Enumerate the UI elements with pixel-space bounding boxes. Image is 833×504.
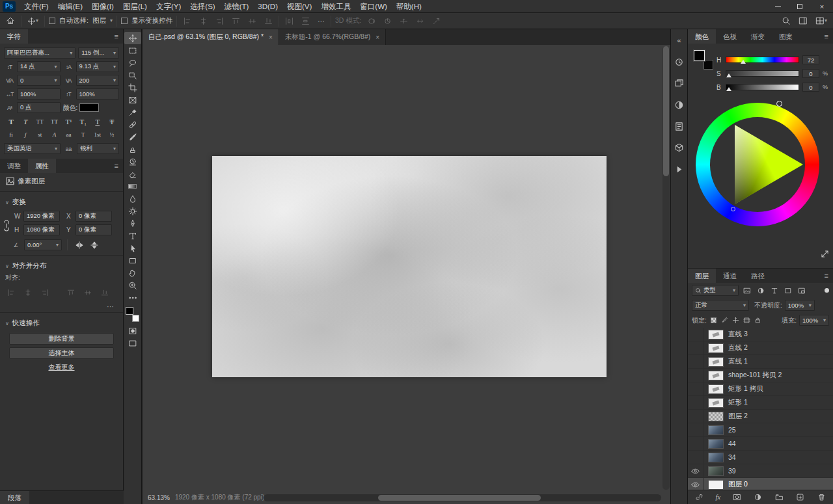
3d-icon[interactable] xyxy=(673,141,686,154)
menu-plugins[interactable]: 增效工具 xyxy=(316,0,355,13)
move-tool-icon[interactable]: ▾ xyxy=(25,14,40,28)
expand-panel-icon[interactable] xyxy=(821,250,828,258)
layer-thumbnail[interactable] xyxy=(708,466,724,476)
color-wheel[interactable] xyxy=(696,103,819,226)
panel-menu-icon[interactable]: ≡ xyxy=(115,33,118,40)
underline-button[interactable]: T xyxy=(92,116,103,127)
actions-icon[interactable] xyxy=(673,163,686,176)
fill-select[interactable]: 100%▾ xyxy=(799,315,829,326)
layer-row[interactable]: 39 xyxy=(688,464,833,478)
visibility-toggle[interactable] xyxy=(688,396,703,409)
home-icon[interactable] xyxy=(4,14,17,28)
new-layer-icon[interactable] xyxy=(795,492,805,503)
menu-help[interactable]: 帮助(H) xyxy=(392,0,426,13)
all-caps-button[interactable]: TT xyxy=(34,116,46,127)
swash-button[interactable]: ʃ xyxy=(20,129,31,140)
minimize-icon[interactable] xyxy=(767,0,789,13)
visibility-toggle[interactable] xyxy=(688,410,703,423)
layer-thumbnail[interactable] xyxy=(708,343,724,353)
layer-name[interactable]: 图层 2 xyxy=(728,412,748,421)
align-section-header[interactable]: ∨对齐并分布 xyxy=(0,258,123,273)
blend-mode-select[interactable]: 正常▾ xyxy=(692,300,749,311)
align-top-icon[interactable] xyxy=(65,285,77,299)
frame-tool[interactable] xyxy=(124,94,141,106)
screen-mode-button[interactable] xyxy=(124,337,141,349)
layer-thumbnail[interactable] xyxy=(708,330,724,339)
ligatures-button[interactable]: fi xyxy=(5,129,17,140)
horizontal-scale-input[interactable]: 100% xyxy=(17,88,61,99)
faux-bold-button[interactable]: T xyxy=(5,116,17,127)
menu-image[interactable]: 图像(I) xyxy=(87,0,118,13)
pen-tool[interactable] xyxy=(124,217,141,230)
libraries-icon[interactable] xyxy=(673,120,686,133)
layer-row[interactable]: 25 xyxy=(688,423,833,437)
flip-vertical-icon[interactable] xyxy=(89,238,100,252)
layer-row[interactable]: 44 xyxy=(688,437,833,451)
maximize-icon[interactable] xyxy=(789,0,811,13)
tab-gradients[interactable]: 渐变 xyxy=(744,29,772,44)
layer-row[interactable]: shape-101 拷贝 2 xyxy=(688,369,833,382)
menu-3d[interactable]: 3D(D) xyxy=(253,0,282,13)
font-family-select[interactable]: 阿里巴巴普惠...▾ xyxy=(4,47,75,59)
foreground-color-swatch[interactable] xyxy=(126,307,133,315)
tracking-select[interactable]: 200▾ xyxy=(76,75,120,86)
lock-position-icon[interactable] xyxy=(731,315,740,326)
layer-thumbnail[interactable] xyxy=(708,480,724,490)
object-selection-tool[interactable] xyxy=(124,69,141,81)
background-color-swatch[interactable] xyxy=(703,60,713,70)
eyedropper-tool[interactable] xyxy=(124,106,141,118)
color-triangle[interactable] xyxy=(712,119,803,210)
align-left-icon[interactable] xyxy=(5,285,17,299)
visibility-toggle[interactable] xyxy=(688,382,703,395)
eraser-tool[interactable] xyxy=(124,168,141,180)
document-tab-inactive[interactable]: 未标题-1 @ 66.7%(RGB/8#) × xyxy=(279,29,386,45)
panel-menu-icon[interactable]: ≡ xyxy=(825,272,828,280)
align-right-icon[interactable] xyxy=(213,14,226,28)
expand-panels-icon[interactable]: « xyxy=(673,34,686,47)
layer-filter-select[interactable]: 类型▾ xyxy=(692,285,739,296)
auto-select-checkbox[interactable] xyxy=(49,18,55,24)
filter-smart-object-icon[interactable] xyxy=(796,285,807,296)
visibility-toggle[interactable] xyxy=(688,355,703,368)
align-v-center-icon[interactable] xyxy=(246,14,258,28)
layer-thumbnail[interactable] xyxy=(708,398,724,408)
filter-pixel-layers-icon[interactable] xyxy=(741,285,752,296)
quick-actions-header[interactable]: ∨快速操作 xyxy=(0,315,123,330)
menu-select[interactable]: 选择(S) xyxy=(185,0,219,13)
lock-all-icon[interactable] xyxy=(754,315,762,326)
hue-slider[interactable] xyxy=(726,57,799,63)
menu-type[interactable]: 文字(Y) xyxy=(152,0,185,13)
auto-select-dropdown-icon[interactable]: ▾ xyxy=(110,18,113,23)
lock-pixels-icon[interactable] xyxy=(720,315,729,326)
clone-stamp-tool[interactable] xyxy=(124,143,141,155)
link-dimensions-icon[interactable] xyxy=(3,217,10,234)
tab-paths[interactable]: 路径 xyxy=(744,269,772,283)
rectangular-marquee-tool[interactable] xyxy=(124,44,141,57)
menu-window[interactable]: 窗口(W) xyxy=(355,0,392,13)
flip-horizontal-icon[interactable] xyxy=(73,238,86,252)
align-bottom-icon[interactable] xyxy=(99,285,111,299)
remove-background-button[interactable]: 删除背景 xyxy=(9,333,114,345)
pan-3d-icon[interactable] xyxy=(398,14,410,28)
adjustment-layer-icon[interactable] xyxy=(753,492,763,503)
hue-value[interactable]: 72 xyxy=(802,55,819,64)
close-tab-icon[interactable]: × xyxy=(376,34,379,41)
history-brush-tool[interactable] xyxy=(124,155,141,168)
hue-ring-marker[interactable] xyxy=(776,101,782,107)
font-style-select[interactable]: 115 倒...▾ xyxy=(78,47,119,59)
type-tool[interactable] xyxy=(124,230,141,242)
document-tab-active[interactable]: 自己.psd @ 63.1% (图层 0, RGB/8#) * × xyxy=(143,29,279,45)
menu-layer[interactable]: 图层(L) xyxy=(118,0,152,13)
brightness-slider[interactable] xyxy=(726,84,799,90)
faux-italic-button[interactable]: T xyxy=(20,116,31,127)
foreground-background-swatch[interactable] xyxy=(125,306,141,322)
layer-row[interactable]: 34 xyxy=(688,451,833,464)
quick-mask-mode-button[interactable] xyxy=(124,325,141,337)
healing-brush-tool[interactable] xyxy=(124,118,141,131)
layer-name[interactable]: 44 xyxy=(728,440,736,447)
history-icon[interactable] xyxy=(673,55,686,68)
scale-3d-icon[interactable] xyxy=(430,14,443,28)
align-top-icon[interactable] xyxy=(230,14,242,28)
visibility-toggle[interactable] xyxy=(688,423,703,436)
show-transform-checkbox[interactable] xyxy=(121,18,128,24)
